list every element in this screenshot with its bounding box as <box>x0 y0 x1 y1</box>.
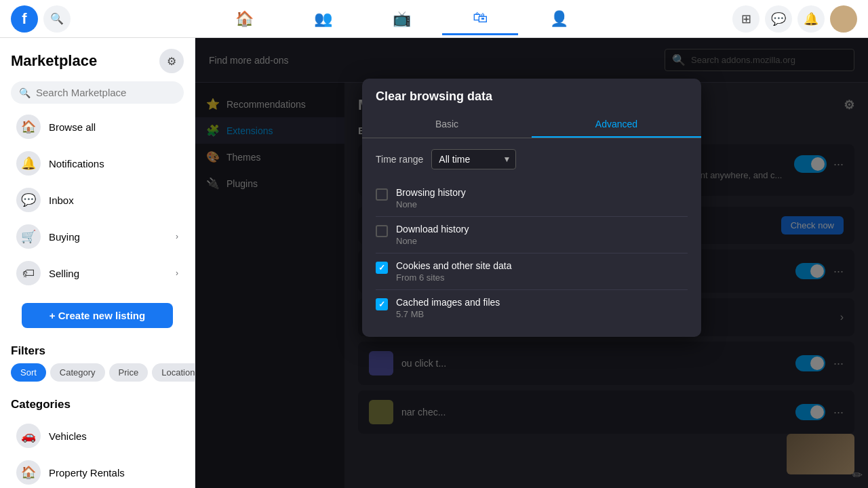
messenger-button[interactable]: 💬 <box>765 5 792 33</box>
search-bar-icon: 🔍 <box>19 87 31 98</box>
filter-category[interactable]: Category <box>50 363 105 382</box>
top-navigation: f 🔍 🏠 👥 📺 🛍 👤 ⊞ 💬 🔔 <box>0 0 868 38</box>
filters-title: Filters <box>11 344 184 358</box>
nav-home-btn[interactable]: 🏠 <box>206 3 282 35</box>
checkbox-cached-images: Cached images and files 5.7 MB <box>376 290 688 326</box>
checkbox-cookies: Cookies and other site data From 6 sites <box>376 253 688 290</box>
cookies-label: Cookies and other site data <box>396 260 688 271</box>
download-history-sublabel: None <box>396 236 688 246</box>
nav-friends-btn[interactable]: 👥 <box>285 3 361 35</box>
sidebar-item-property-rentals[interactable]: 🏠 Property Rentals <box>5 455 189 488</box>
browse-all-label: Browse all <box>49 121 96 133</box>
filter-location[interactable]: Location <box>152 363 195 382</box>
property-rentals-label: Property Rentals <box>49 467 125 479</box>
selling-icon: 🏷 <box>16 261 41 285</box>
browse-all-icon: 🏠 <box>16 115 41 139</box>
nav-right: ⊞ 💬 🔔 <box>732 5 857 33</box>
dialog-overlay: Clear browsing data Basic Advanced Time … <box>195 38 868 488</box>
selling-arrow-icon: › <box>176 268 178 278</box>
content-area: Today's picks ‹ › Find more add-ons 🔍 <box>195 38 868 488</box>
checkbox-download-history: Download history None <box>376 217 688 253</box>
cached-images-checkbox[interactable] <box>376 298 388 310</box>
sidebar: Marketplace ⚙ 🔍 🏠 Browse all 🔔 Notificat… <box>0 38 195 488</box>
time-range-row: Time range All time Last hour Last 24 ho… <box>376 149 688 169</box>
search-button[interactable]: 🔍 <box>43 5 71 33</box>
cookies-info: Cookies and other site data From 6 sites <box>396 260 688 283</box>
browsing-history-sublabel: None <box>396 199 688 209</box>
buying-icon: 🛒 <box>16 224 41 249</box>
dialog-body: Time range All time Last hour Last 24 ho… <box>362 138 701 337</box>
selling-label: Selling <box>49 268 79 279</box>
filters-section: Filters Sort Category Price Location <box>0 339 195 387</box>
cookies-checkbox[interactable] <box>376 262 388 274</box>
inbox-label: Inbox <box>49 195 74 206</box>
time-range-select[interactable]: All time Last hour Last 24 hours Last 7 … <box>431 149 516 169</box>
sidebar-item-notifications[interactable]: 🔔 Notifications <box>5 146 189 181</box>
browsing-history-info: Browsing history None <box>396 187 688 209</box>
sidebar-settings-button[interactable]: ⚙ <box>159 49 184 73</box>
sidebar-item-browse-all[interactable]: 🏠 Browse all <box>5 109 189 144</box>
cached-images-sublabel: 5.7 MB <box>396 309 688 319</box>
buying-arrow-icon: › <box>176 232 178 241</box>
filter-price[interactable]: Price <box>109 363 149 382</box>
inbox-icon: 💬 <box>16 188 41 212</box>
nav-groups-btn[interactable]: 👤 <box>521 3 597 35</box>
sidebar-title: Marketplace <box>11 52 97 70</box>
time-range-wrapper[interactable]: All time Last hour Last 24 hours Last 7 … <box>431 149 516 169</box>
browsing-history-checkbox[interactable] <box>376 188 388 201</box>
vehicles-icon: 🚗 <box>16 424 41 448</box>
sidebar-item-vehicles[interactable]: 🚗 Vehicles <box>5 418 189 453</box>
apps-button[interactable]: ⊞ <box>732 5 760 33</box>
download-history-info: Download history None <box>396 224 688 246</box>
facebook-logo[interactable]: f <box>11 5 38 33</box>
filter-sort[interactable]: Sort <box>11 363 46 382</box>
dialog-tab-basic[interactable]: Basic <box>362 112 532 138</box>
buying-label: Buying <box>49 231 80 243</box>
property-rentals-icon: 🏠 <box>16 460 41 485</box>
download-history-checkbox[interactable] <box>376 225 388 237</box>
nav-watch-btn[interactable]: 📺 <box>363 3 439 35</box>
cookies-sublabel: From 6 sites <box>396 272 688 283</box>
filter-bar: Sort Category Price Location <box>11 363 184 382</box>
browsing-history-label: Browsing history <box>396 187 688 198</box>
nav-marketplace-btn[interactable]: 🛍 <box>442 3 518 35</box>
download-history-label: Download history <box>396 224 688 235</box>
create-listing-button[interactable]: + Create new listing <box>22 303 173 328</box>
nav-center: 🏠 👥 📺 🛍 👤 <box>71 3 732 35</box>
cached-images-label: Cached images and files <box>396 297 688 308</box>
time-range-label: Time range <box>376 154 423 165</box>
notifications-label: Notifications <box>49 158 104 169</box>
dialog-tab-advanced[interactable]: Advanced <box>532 112 701 138</box>
categories-title: Categories <box>0 392 195 417</box>
search-bar[interactable]: 🔍 <box>11 81 184 104</box>
main-area: Marketplace ⚙ 🔍 🏠 Browse all 🔔 Notificat… <box>0 38 868 488</box>
vehicles-label: Vehicles <box>49 430 87 442</box>
nav-left: f 🔍 <box>11 5 71 33</box>
sidebar-item-selling[interactable]: 🏷 Selling › <box>5 256 189 291</box>
notifications-icon: 🔔 <box>16 151 41 176</box>
sidebar-item-inbox[interactable]: 💬 Inbox <box>5 182 189 218</box>
dialog-tabs: Basic Advanced <box>362 112 701 138</box>
checkbox-browsing-history: Browsing history None <box>376 180 688 217</box>
notifications-button[interactable]: 🔔 <box>797 5 825 33</box>
search-input[interactable] <box>36 87 176 98</box>
user-avatar[interactable] <box>830 5 857 33</box>
sidebar-title-row: Marketplace ⚙ <box>0 43 195 76</box>
dialog-title: Clear browsing data <box>362 79 701 104</box>
clear-browsing-dialog: Clear browsing data Basic Advanced Time … <box>362 79 701 337</box>
sidebar-item-buying[interactable]: 🛒 Buying › <box>5 219 189 254</box>
cached-images-info: Cached images and files 5.7 MB <box>396 297 688 319</box>
